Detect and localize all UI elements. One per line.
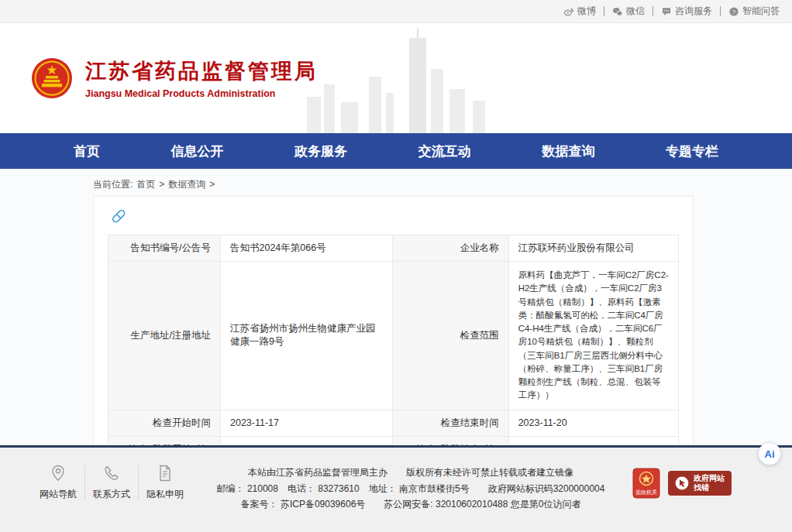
inspection-end-label: 检查结束时间 <box>392 410 508 436</box>
footer-divider <box>138 465 139 500</box>
error-report-line1: 政府网站 <box>694 474 725 484</box>
main-nav: 首页 信息公开 政务服务 交流互动 数据查询 专题专栏 <box>0 133 792 169</box>
table-row: 生产地址/注册地址 江苏省扬州市扬州生物健康产业园健康一路9号 检查范围 原料药… <box>108 262 679 410</box>
brand: 江苏省药品监督管理局 Jiangsu Medical Products Admi… <box>31 57 318 99</box>
skyline-watermark-graphic <box>301 29 502 133</box>
footer-quick-links: 网站导航 联系方式 隐私申明 <box>34 463 189 501</box>
company-name-value: 江苏联环药业股份有限公司 <box>508 235 678 262</box>
notice-number-value: 告知书2024年第066号 <box>220 235 392 262</box>
topbar-divider <box>653 6 653 16</box>
footer-line-contact: 邮编： 210008 电话： 83273610 地址： 南京市鼓楼街5号 政府网… <box>189 481 632 497</box>
company-name-label: 企业名称 <box>392 235 508 262</box>
inspection-scope-label: 检查范围 <box>392 262 508 410</box>
nav-item-home[interactable]: 首页 <box>74 142 100 160</box>
breadcrumb-separator: > <box>209 179 215 190</box>
consult-icon <box>661 6 672 17</box>
smart-qa-label: 智能问答 <box>742 5 780 18</box>
wechat-link[interactable]: 微信 <box>612 5 645 18</box>
topbar: 微博 微信 咨询服务 ? 智能问答 <box>0 0 792 23</box>
breadcrumb-home-link[interactable]: 首页 <box>136 178 155 191</box>
document-icon <box>155 463 175 483</box>
smart-qa-icon: ? <box>728 6 739 17</box>
footer-line-icp: 备案号： 苏ICP备09039606号 苏公网安备: 3201060201048… <box>189 496 632 513</box>
consult-service-link[interactable]: 咨询服务 <box>661 5 712 18</box>
nav-item-info-disclosure[interactable]: 信息公开 <box>171 142 224 160</box>
site-error-report-badge[interactable]: 政府网站 找错 <box>668 471 732 496</box>
address-value: 江苏省扬州市扬州生物健康产业园健康一路9号 <box>220 262 392 410</box>
error-report-icon <box>675 476 689 490</box>
page: 微博 微信 咨询服务 ? 智能问答 <box>0 0 792 532</box>
address-label: 生产地址/注册地址 <box>108 262 221 410</box>
site-footer: 网站导航 联系方式 隐私申明 本站由江苏省药品监督管理局主办 版权所有未经许可禁… <box>0 445 792 532</box>
breadcrumb: 当前位置: 首页 > 数据查询 > <box>93 175 792 194</box>
topbar-divider <box>720 6 721 16</box>
notice-number-label: 告知书编号/公告号 <box>108 235 221 262</box>
table-row: 检查开始时间 2023-11-17 检查结束时间 2023-11-20 <box>108 410 679 436</box>
footer-info: 本站由江苏省药品监督管理局主办 版权所有未经许可禁止转载或者建立镜像 邮编： 2… <box>189 463 632 513</box>
inspection-start-value: 2023-11-17 <box>220 410 392 436</box>
smart-qa-link[interactable]: ? 智能问答 <box>728 5 780 18</box>
party-gov-badge-label: 党政机关 <box>635 489 657 496</box>
error-report-line2: 找错 <box>694 483 725 493</box>
phone-icon <box>102 463 122 483</box>
brand-text: 江苏省药品监督管理局 Jiangsu Medical Products Admi… <box>85 57 318 99</box>
consult-service-label: 咨询服务 <box>675 5 712 18</box>
capsule-icon <box>109 207 128 225</box>
weibo-label: 微博 <box>577 5 596 18</box>
footer-divider <box>84 465 85 500</box>
inspection-scope-value: 原料药【曲克芦丁，一车间C2厂房C2-H2生产线（合成），一车间C2厂房3号精烘… <box>508 262 678 410</box>
nav-item-data-query[interactable]: 数据查询 <box>542 142 594 160</box>
svg-text:?: ? <box>732 8 736 15</box>
main-content: 当前位置: 首页 > 数据查询 > 告知书编号/公告号 告知书2024年第066… <box>0 169 792 445</box>
site-header: 江苏省药品监督管理局 Jiangsu Medical Products Admi… <box>0 23 792 133</box>
site-map-link[interactable]: 网站导航 <box>34 463 82 501</box>
table-row: 告知书编号/公告号 告知书2024年第066号 企业名称 江苏联环药业股份有限公… <box>108 235 679 262</box>
breadcrumb-data-query-link[interactable]: 数据查询 <box>168 178 205 191</box>
breadcrumb-separator: > <box>159 179 164 190</box>
footer-line-host: 本站由江苏省药品监督管理局主办 版权所有未经许可禁止转载或者建立镜像 <box>189 465 632 481</box>
error-report-text: 政府网站 找错 <box>694 474 725 493</box>
wechat-label: 微信 <box>626 5 645 18</box>
site-subtitle: Jiangsu Medical Products Administration <box>85 88 318 99</box>
inspection-start-label: 检查开始时间 <box>108 410 221 436</box>
nav-item-interaction[interactable]: 交流互动 <box>418 142 471 160</box>
privacy-link[interactable]: 隐私申明 <box>141 463 189 501</box>
contact-link[interactable]: 联系方式 <box>88 463 136 501</box>
site-map-label: 网站导航 <box>40 488 77 501</box>
ai-assistant-button[interactable]: Ai <box>758 442 781 465</box>
wechat-icon <box>612 6 623 17</box>
inspection-end-value: 2023-11-20 <box>508 410 678 436</box>
location-pin-icon <box>48 463 68 483</box>
weibo-icon <box>563 6 574 17</box>
party-gov-badge[interactable]: 党政机关 <box>632 468 660 499</box>
contact-label: 联系方式 <box>93 488 130 501</box>
topbar-divider <box>604 6 604 16</box>
nav-item-gov-services[interactable]: 政务服务 <box>294 142 347 160</box>
breadcrumb-prefix: 当前位置: <box>93 178 133 191</box>
privacy-label: 隐私申明 <box>146 488 184 501</box>
nav-item-special-topics[interactable]: 专题专栏 <box>666 142 718 160</box>
site-title: 江苏省药品监督管理局 <box>85 57 318 85</box>
weibo-link[interactable]: 微博 <box>563 5 596 18</box>
agency-emblem-logo <box>31 57 73 99</box>
footer-badges: 党政机关 政府网站 找错 <box>632 463 732 499</box>
